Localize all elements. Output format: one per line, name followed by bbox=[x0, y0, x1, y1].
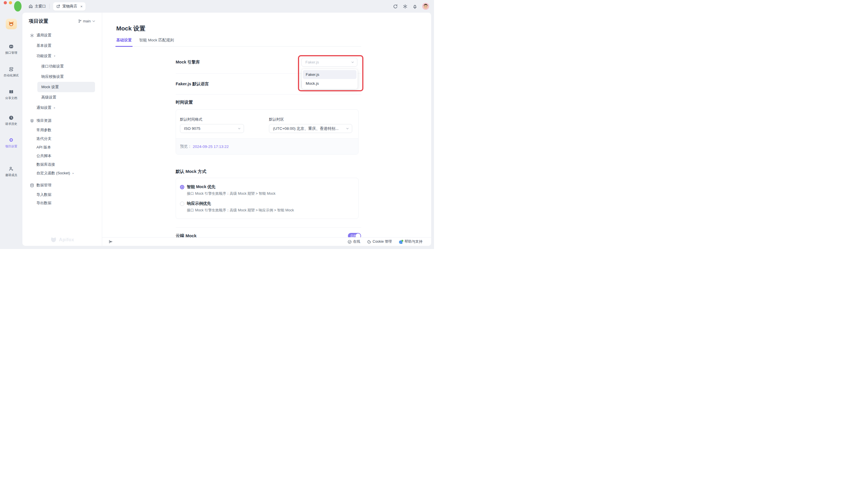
online-status[interactable]: 在线 bbox=[348, 239, 360, 244]
history-icon bbox=[9, 115, 14, 120]
share-docs-icon bbox=[9, 89, 14, 94]
notifications-bell-icon[interactable] bbox=[412, 4, 417, 9]
sidebar-item-feature-settings[interactable]: 功能设置 ▾ bbox=[23, 51, 102, 61]
branch-name: main bbox=[83, 19, 91, 23]
sidebar-item-label: 迭代分支 bbox=[37, 136, 51, 141]
collapse-sidebar-icon[interactable] bbox=[109, 239, 113, 244]
sidebar-item-mock-settings[interactable]: Mock 设置 bbox=[37, 82, 95, 92]
mock-method-card: 智能 Mock 优先 接口 Mock 引擎生效顺序：高级 Mock 期望 > 智… bbox=[176, 178, 358, 219]
sidebar-title: 项目设置 bbox=[29, 18, 48, 24]
mock-engine-select[interactable]: Faker.js bbox=[301, 58, 357, 67]
sidebar-item-data-management[interactable]: 数据管理 bbox=[23, 180, 102, 191]
chevron-down-icon bbox=[351, 61, 354, 64]
rail-label: 自动化测试 bbox=[4, 74, 19, 78]
gear-icon bbox=[30, 33, 34, 38]
mock-method-heading: 默认 Mock 方式 bbox=[176, 169, 361, 174]
rail-item-request-history[interactable]: 请求历史 bbox=[5, 115, 17, 126]
invite-icon bbox=[9, 166, 14, 171]
sidebar-item-advanced-settings[interactable]: 高级设置 bbox=[23, 92, 102, 103]
sidebar-item-api-feature-settings[interactable]: 接口功能设置 bbox=[23, 61, 102, 71]
time-format-select[interactable]: ISO 9075 bbox=[180, 124, 244, 133]
rail-item-invite-members[interactable]: 邀请成员 bbox=[5, 166, 17, 177]
time-settings-heading: 时间设置 bbox=[176, 100, 361, 105]
project-tab[interactable]: 宠物商店 × bbox=[53, 2, 85, 11]
git-branch-icon bbox=[78, 19, 82, 23]
sidebar-item-export-data[interactable]: 导出数据 bbox=[23, 199, 102, 207]
close-tab-icon[interactable]: × bbox=[80, 4, 83, 8]
apifox-logo-icon bbox=[50, 236, 57, 243]
time-format-value: ISO 9075 bbox=[184, 126, 200, 131]
minimize-window-button[interactable] bbox=[9, 1, 12, 4]
sidebar-item-label: 高级设置 bbox=[41, 95, 56, 100]
rail-item-project-settings[interactable]: 项目设置 bbox=[5, 137, 17, 148]
dropdown-option-mockjs[interactable]: Mock.js bbox=[303, 79, 356, 88]
sidebar-item-database-connections[interactable]: 数据库连接 bbox=[23, 160, 102, 169]
page-title: Mock 设置 bbox=[116, 24, 431, 33]
sidebar-item-label: 项目资源 bbox=[37, 118, 51, 123]
radio-description: 接口 Mock 引擎生效顺序：高级 Mock 期望 > 智能 Mock bbox=[187, 191, 354, 196]
mock-engine-dropdown-menu: Faker.js Mock.js bbox=[302, 69, 358, 89]
time-settings-card: 默认时间格式 默认时区 ISO 9075 (UTC+08:00) 北京、重庆、香… bbox=[176, 109, 358, 155]
mock-method-option-smart[interactable]: 智能 Mock 优先 bbox=[180, 184, 354, 189]
project-logo[interactable] bbox=[6, 19, 17, 29]
mock-method-option-example[interactable]: 响应示例优先 bbox=[180, 201, 354, 206]
sidebar-item-api-versions[interactable]: API 版本 bbox=[23, 143, 102, 152]
branch-selector[interactable]: main bbox=[78, 19, 96, 23]
zoom-window-button[interactable] bbox=[14, 1, 22, 12]
apifox-brand: Apifox bbox=[23, 236, 102, 243]
settings-gear-icon[interactable] bbox=[403, 4, 408, 9]
fox-logo-icon bbox=[7, 20, 15, 28]
rail-item-share-docs[interactable]: 分享文档 bbox=[5, 89, 17, 100]
sidebar-item-import-data[interactable]: 导入数据 bbox=[23, 191, 102, 199]
main-window-tab[interactable]: 主窗口 bbox=[28, 4, 46, 9]
rail-label: 分享文档 bbox=[5, 96, 17, 100]
apifox-logo-text: Apifox bbox=[59, 237, 74, 243]
cookie-manager-button[interactable]: Cookie 管理 bbox=[367, 239, 392, 244]
timezone-select[interactable]: (UTC+08:00) 北京、重庆、香港特别... bbox=[269, 124, 352, 133]
sidebar-item-public-scripts[interactable]: 公共脚本 bbox=[23, 152, 102, 160]
chevron-down-icon bbox=[238, 127, 241, 130]
database-icon bbox=[30, 183, 34, 187]
project-tab-label: 宠物商店 bbox=[62, 4, 77, 9]
tab-smart-mock-rules[interactable]: 智能 Mock 匹配规则 bbox=[139, 38, 174, 46]
status-bar: 在线 Cookie 管理 帮助与支持 bbox=[102, 237, 431, 246]
sidebar-item-label: 基本设置 bbox=[37, 43, 51, 48]
project-settings-icon bbox=[9, 137, 14, 143]
help-support-button[interactable]: 帮助与支持 bbox=[399, 239, 423, 244]
dropdown-option-fakerjs[interactable]: Faker.js bbox=[303, 70, 356, 79]
sidebar-item-basic-settings[interactable]: 基本设置 bbox=[23, 40, 102, 51]
online-label: 在线 bbox=[353, 239, 360, 244]
sidebar-item-notification-settings[interactable]: 通知设置 ▸ bbox=[23, 103, 102, 113]
sidebar-item-label: 接口功能设置 bbox=[41, 64, 64, 69]
sidebar-item-response-validation[interactable]: 响应校验设置 bbox=[23, 71, 102, 82]
user-avatar[interactable] bbox=[422, 3, 429, 10]
radio-selected-icon[interactable] bbox=[180, 185, 184, 189]
sidebar-item-iteration-branches[interactable]: 迭代分支 bbox=[23, 134, 102, 143]
caret-down-icon: ▾ bbox=[54, 55, 55, 57]
sidebar-item-general-settings[interactable]: 通用设置 bbox=[23, 30, 102, 40]
radio-unselected-icon[interactable] bbox=[180, 201, 184, 206]
tab-basic-settings[interactable]: 基础设置 bbox=[116, 38, 132, 46]
close-window-button[interactable] bbox=[4, 1, 7, 4]
sidebar-item-custom-functions[interactable]: 自定义函数 (Socket) ▸ bbox=[23, 169, 102, 178]
chat-bubbles-icon bbox=[399, 240, 403, 244]
radio-label: 响应示例优先 bbox=[187, 201, 211, 206]
mock-engine-value: Faker.js bbox=[306, 60, 319, 64]
sidebar-item-common-params[interactable]: 常用参数 bbox=[23, 126, 102, 134]
sidebar-item-label: 数据库连接 bbox=[37, 162, 55, 167]
rail-item-api-management[interactable]: 接口管理 bbox=[5, 44, 17, 55]
sidebar-item-label: 导出数据 bbox=[37, 200, 51, 206]
rail-item-automated-testing[interactable]: 自动化测试 bbox=[4, 67, 19, 78]
timezone-value: (UTC+08:00) 北京、重庆、香港特别... bbox=[273, 126, 338, 131]
refresh-icon[interactable] bbox=[393, 4, 398, 9]
memoji-face-icon bbox=[422, 3, 429, 10]
automation-icon bbox=[9, 67, 14, 72]
sidebar-item-project-resources[interactable]: 项目资源 bbox=[23, 116, 102, 126]
titlebar-actions bbox=[393, 3, 429, 10]
mock-settings-form: Mock 引擎库 Faker.js Faker.js 默认语言 bbox=[176, 47, 361, 239]
rail-label: 请求历史 bbox=[5, 122, 17, 126]
chevron-down-icon bbox=[346, 127, 349, 130]
rail-label: 项目设置 bbox=[5, 144, 17, 148]
tab-divider bbox=[49, 4, 50, 9]
caret-right-icon: ▸ bbox=[54, 106, 55, 109]
